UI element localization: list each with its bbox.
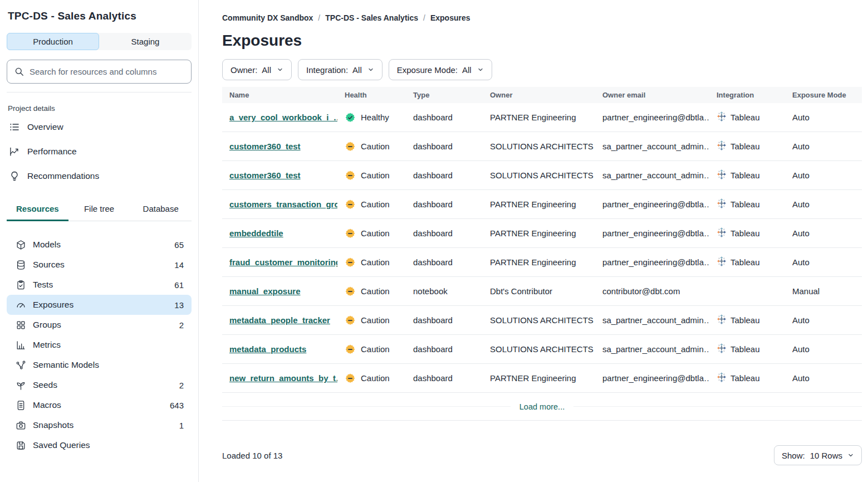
sources-icon (16, 260, 26, 270)
sidebar-item-tests[interactable]: Tests 61 (7, 275, 192, 295)
breadcrumb-separator: / (318, 13, 320, 22)
sidebar-item-performance[interactable]: Performance (7, 139, 192, 164)
health-badge-icon (345, 228, 356, 239)
integration-cell: Tableau (709, 343, 785, 355)
tab-resources[interactable]: Resources (7, 201, 68, 221)
exposure-mode-cell: Auto (785, 257, 862, 267)
tableau-icon (717, 256, 727, 268)
exposure-name-link[interactable]: metadata_products (229, 344, 306, 354)
health-label: Caution (361, 142, 390, 151)
search-icon (14, 66, 24, 77)
sidebar-item-label: Tests (33, 280, 53, 290)
column-header-health: Health (337, 91, 406, 99)
integration-cell: Tableau (709, 256, 785, 268)
type-cell: notebook (406, 286, 483, 296)
app-window: TPC-DS - Sales Analytics Production Stag… (0, 0, 868, 482)
production-toggle-button[interactable]: Production (7, 33, 99, 50)
health-label: Healthy (361, 113, 389, 122)
exposure-mode-cell: Auto (785, 344, 862, 354)
filter-label: Exposure Mode: (397, 65, 458, 75)
models-icon (16, 240, 26, 250)
exposure-name-link[interactable]: manual_exposure (229, 286, 301, 296)
integration-filter-button[interactable]: Integration: All (298, 59, 382, 80)
exposure-name-link[interactable]: metadata_people_tracker (229, 315, 330, 325)
table-header-row: Name Health Type Owner Owner email Integ… (222, 87, 862, 103)
exposure-name-link[interactable]: fraud_customer_monitoring (229, 257, 337, 267)
health-cell: Caution (337, 315, 406, 326)
exposure-name-link[interactable]: customer360_test (229, 171, 301, 180)
exposure-name-link[interactable]: a_very_cool_workbook_i_… (229, 113, 337, 122)
table-row: new_return_amounts_by_t… Caution dashboa… (222, 364, 862, 393)
sidebar-item-label: Seeds (33, 380, 57, 390)
divider (222, 406, 511, 407)
tab-database[interactable]: Database (130, 201, 192, 221)
health-cell: Caution (337, 228, 406, 239)
health-cell: Caution (337, 199, 406, 210)
exposure-name-link[interactable]: customers_transaction_gro… (229, 199, 337, 209)
health-cell: Healthy (337, 112, 406, 123)
type-cell: dashboard (406, 113, 483, 122)
search-input[interactable] (30, 67, 184, 76)
exposure-name-link[interactable]: customer360_test (229, 142, 301, 151)
sidebar-item-groups[interactable]: Groups 2 (7, 315, 192, 335)
owner-email-cell: sa_partner_account_admin… (595, 315, 709, 325)
snapshots-icon (16, 420, 26, 431)
search-box[interactable] (7, 60, 192, 84)
breadcrumb: Community DX Sandbox/TPC-DS - Sales Anal… (222, 13, 862, 22)
sidebar-divider (7, 92, 192, 92)
breadcrumb-item[interactable]: Community DX Sandbox (222, 13, 313, 22)
sidebar-item-models[interactable]: Models 65 (7, 235, 192, 255)
load-more-link[interactable]: Load more... (519, 402, 565, 411)
exposure-mode-cell: Auto (785, 199, 862, 209)
sidebar-item-macros[interactable]: Macros 643 (7, 395, 192, 415)
integration-label: Tableau (730, 257, 760, 267)
sidebar-item-metrics[interactable]: Metrics (7, 335, 192, 355)
tab-file-tree[interactable]: File tree (68, 201, 130, 221)
sidebar-item-exposures[interactable]: Exposures 13 (7, 295, 192, 315)
column-header-integration: Integration (709, 91, 785, 99)
sidebar-item-saved-queries[interactable]: Saved Queries (7, 435, 192, 455)
owner-cell: Dbt's Contributor (483, 286, 595, 296)
integration-label: Tableau (730, 199, 760, 209)
sidebar-item-label: Recommendations (27, 171, 99, 181)
exposure-name-link[interactable]: embeddedtile (229, 228, 283, 238)
overview-icon (9, 121, 20, 133)
exposure-mode-filter-button[interactable]: Exposure Mode: All (389, 59, 492, 80)
owner-cell: PARTNER Engineering (483, 113, 595, 122)
exposure-mode-cell: Auto (785, 373, 862, 383)
exposure-name-link[interactable]: new_return_amounts_by_t… (229, 373, 337, 383)
health-cell: Caution (337, 373, 406, 384)
integration-cell: Tableau (709, 314, 785, 326)
sidebar-item-recommendations[interactable]: Recommendations (7, 164, 192, 188)
staging-toggle-button[interactable]: Staging (99, 33, 192, 50)
sidebar-item-sources[interactable]: Sources 14 (7, 255, 192, 275)
health-badge-icon (345, 257, 356, 268)
tableau-icon (717, 169, 727, 181)
sidebar-item-label: Groups (33, 320, 61, 330)
macros-icon (16, 400, 26, 411)
health-cell: Caution (337, 170, 406, 181)
column-header-name: Name (222, 91, 337, 99)
sidebar-item-label: Exposures (33, 300, 73, 310)
sidebar: TPC-DS - Sales Analytics Production Stag… (0, 0, 199, 482)
health-badge-icon (345, 112, 356, 123)
breadcrumb-item[interactable]: TPC-DS - Sales Analytics (325, 13, 418, 22)
sidebar-item-snapshots[interactable]: Snapshots 1 (7, 415, 192, 435)
owner-cell: SOLUTIONS ARCHITECTS (483, 142, 595, 151)
resource-list: Models 65 Sources 14 Tests 61 Exposures … (7, 235, 192, 455)
owner-filter-button[interactable]: Owner: All (222, 59, 292, 80)
main-content: Community DX Sandbox/TPC-DS - Sales Anal… (199, 0, 868, 482)
loaded-count-text: Loaded 10 of 13 (222, 451, 282, 460)
sidebar-item-semantic-models[interactable]: Semantic Models (7, 355, 192, 375)
owner-cell: PARTNER Engineering (483, 257, 595, 267)
page-title: Exposures (222, 32, 862, 50)
integration-label: Tableau (730, 142, 760, 151)
sidebar-item-label: Sources (33, 260, 65, 270)
owner-email-cell: partner_engineering@dbtla… (595, 113, 709, 122)
rows-per-page-button[interactable]: Show: 10 Rows (774, 445, 862, 465)
metrics-icon (16, 340, 26, 350)
sidebar-item-seeds[interactable]: Seeds 2 (7, 375, 192, 395)
tableau-icon (717, 372, 727, 384)
sidebar-item-overview[interactable]: Overview (7, 115, 192, 139)
sidebar-item-label: Semantic Models (33, 360, 99, 370)
